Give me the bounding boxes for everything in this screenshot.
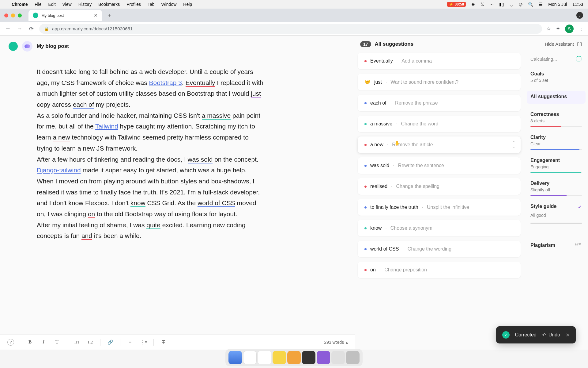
numbered-list-button[interactable]: ≡ — [126, 339, 134, 345]
underline-correctness[interactable]: Eventually — [186, 79, 215, 87]
menu-profiles[interactable]: Profiles — [126, 2, 141, 7]
status-icon[interactable]: 𝕏 — [481, 2, 484, 7]
suggestion-nav-icon[interactable]: ⌃⌄ — [512, 140, 515, 149]
italic-button[interactable]: I — [40, 339, 47, 345]
underline-engagement[interactable]: quite — [146, 221, 160, 229]
editor-link[interactable]: Tailwind — [95, 123, 118, 130]
bullet-list-button[interactable]: ⋮≡ — [140, 339, 147, 345]
undo-button[interactable]: ↶Undo — [542, 332, 560, 338]
status-icon[interactable]: ◎ — [519, 2, 522, 7]
sidebar-goals[interactable]: Goals 5 of 5 set — [530, 71, 582, 83]
sidebar-clarity[interactable]: Clarity Clear — [530, 135, 582, 150]
editor-link[interactable]: Django-tailwind — [37, 167, 81, 174]
dock-app-icon[interactable] — [331, 351, 345, 364]
clear-formatting-button[interactable]: T̶ — [160, 339, 167, 345]
address-bar[interactable]: 🔒 app.grammarly.com/ddocs/1215020651 — [39, 24, 542, 34]
document-title[interactable]: My blog post — [37, 43, 69, 49]
extensions-icon[interactable]: ✦ — [556, 25, 560, 32]
sidebar-plagiarism[interactable]: Plagiarism ❝❞ — [530, 242, 582, 250]
nav-forward-button[interactable]: → — [16, 25, 23, 32]
menu-window[interactable]: Window — [161, 2, 177, 7]
profile-avatar[interactable]: S — [565, 25, 574, 33]
status-icon[interactable]: ⋯ — [489, 2, 494, 7]
menu-view[interactable]: View — [62, 2, 72, 7]
underline-correctness[interactable]: and — [81, 232, 92, 240]
window-close-button[interactable] — [4, 13, 8, 17]
suggestion-card[interactable]: was sold·Rewrite the sentence — [358, 157, 521, 174]
underline-correctness[interactable]: on — [88, 210, 95, 218]
sidebar-all-suggestions[interactable]: All suggestions — [527, 91, 586, 104]
suggestion-card[interactable]: to finally face the truth·Unsplit the in… — [358, 199, 521, 216]
sidebar-engagement[interactable]: Engagement Engaging — [530, 158, 582, 173]
underline-engagement[interactable]: know — [130, 199, 145, 207]
wifi-icon[interactable]: ◡ — [510, 2, 513, 7]
underline-engagement[interactable]: a massive — [202, 112, 231, 120]
menubar-app-name[interactable]: Chrome — [12, 2, 28, 7]
grammarly-logo-icon[interactable] — [9, 42, 18, 51]
word-count[interactable]: 293 words ▴ — [324, 340, 348, 345]
editor-link[interactable]: Bootstrap 3 — [149, 79, 182, 86]
menu-tab[interactable]: Tab — [148, 2, 155, 7]
status-icon[interactable]: ⊕ — [471, 2, 475, 7]
sidebar-correctness[interactable]: Correctness 8 alerts — [530, 112, 582, 127]
menubar-time[interactable]: 11:53 — [572, 2, 583, 7]
help-button[interactable]: ? — [7, 339, 14, 346]
underline-clarity[interactable]: was sold — [188, 156, 213, 163]
menu-bookmarks[interactable]: Bookmarks — [98, 2, 120, 7]
bold-button[interactable]: B — [26, 339, 34, 345]
dock-app-icon[interactable] — [287, 351, 301, 364]
suggestion-card[interactable]: know·Choose a synonym — [358, 220, 521, 236]
suggestion-card[interactable]: a new·Remove the article⌃⌄✋ — [358, 136, 521, 153]
dock-notes-icon[interactable] — [273, 351, 286, 364]
hide-assistant-button[interactable]: Hide Assistant ▯▯ — [530, 41, 582, 47]
underline-clarity[interactable]: world of CSS — [198, 199, 235, 207]
editor-content[interactable]: It doesn't take long to fall behind as a… — [0, 54, 282, 334]
underline-correctness[interactable]: a new — [53, 134, 70, 141]
browser-tab[interactable]: My blog post ✕ — [28, 10, 102, 21]
sidebar-delivery[interactable]: Delivery Slightly off — [530, 181, 582, 196]
tab-close-button[interactable]: ✕ — [94, 13, 98, 18]
menu-edit[interactable]: Edit — [48, 2, 55, 7]
goals-icon[interactable] — [22, 41, 32, 52]
underline-correctness[interactable]: realised — [37, 189, 59, 196]
nav-reload-button[interactable]: ⟳ — [28, 25, 35, 32]
menubar-date[interactable]: Mon 5 Jul — [548, 2, 567, 7]
menu-help[interactable]: Help — [183, 2, 192, 7]
window-minimize-button[interactable] — [11, 13, 15, 17]
browser-menu-icon[interactable]: ⋮ — [579, 25, 584, 32]
underline-button[interactable]: U — [53, 339, 61, 345]
dock-chrome-icon[interactable] — [243, 351, 257, 364]
tab-overflow-button[interactable]: ⌄ — [576, 12, 583, 19]
bookmark-star-icon[interactable]: ☆ — [546, 25, 551, 32]
menu-history[interactable]: History — [78, 2, 92, 7]
underline-clarity[interactable]: each of — [73, 101, 94, 109]
link-button[interactable]: 🔗 — [107, 339, 114, 345]
menu-file[interactable]: File — [35, 2, 42, 7]
new-tab-button[interactable]: + — [105, 12, 114, 19]
suggestion-card[interactable]: realised·Change the spelling — [358, 178, 521, 195]
suggestion-card[interactable]: each of·Remove the phrase — [358, 95, 521, 111]
h2-button[interactable]: H2 — [87, 340, 94, 345]
sidebar-style-guide[interactable]: Style guide ✔ All good — [530, 204, 582, 224]
underline-clarity[interactable]: to finally face the truth — [93, 189, 156, 196]
battery-icon[interactable]: ▮▯ — [499, 2, 504, 7]
suggestion-card[interactable]: 🤝just·Want to sound more confident? — [358, 74, 521, 90]
goals-title: Goals — [530, 71, 582, 77]
dock-app-icon[interactable] — [317, 351, 330, 364]
window-maximize-button[interactable] — [18, 13, 22, 17]
suggestion-card[interactable]: world of CSS·Change the wording — [358, 241, 521, 257]
h1-button[interactable]: H1 — [73, 340, 81, 345]
dock-finder-icon[interactable] — [228, 351, 242, 364]
battery-status[interactable]: ⚡ 00:58 — [447, 2, 466, 7]
dock-trash-icon[interactable] — [346, 351, 360, 364]
nav-back-button[interactable]: ← — [4, 25, 12, 32]
spotlight-icon[interactable]: 🔍 — [528, 2, 533, 7]
underline-delivery[interactable]: just — [251, 90, 261, 98]
suggestion-card[interactable]: on·Change preposition — [358, 262, 521, 278]
dock-terminal-icon[interactable] — [302, 351, 315, 364]
suggestion-card[interactable]: a massive·Change the word — [358, 116, 521, 132]
suggestion-card[interactable]: Eventually·Add a comma — [358, 53, 521, 69]
control-center-icon[interactable]: ☰ — [539, 2, 543, 7]
dock-app-icon[interactable] — [258, 351, 271, 364]
toast-close-button[interactable]: ✕ — [566, 332, 570, 338]
